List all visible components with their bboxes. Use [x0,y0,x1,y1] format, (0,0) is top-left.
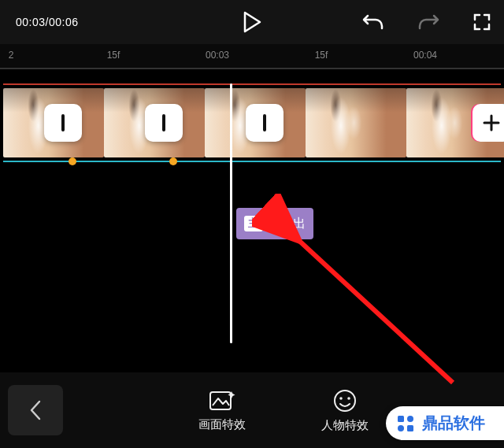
chevron-left-icon [28,398,43,422]
brand-logo-icon [395,413,416,434]
clip-frame[interactable] [306,88,406,157]
plus-icon [481,113,502,133]
face-effects-button[interactable]: 人物特效 [321,388,369,433]
svg-rect-5 [398,416,404,422]
ruler-tick: 15f [107,50,120,61]
ruler-tick: 00:04 [413,50,437,61]
image-sparkle-icon [209,389,235,413]
image-effects-button[interactable]: 画面特效 [198,389,246,432]
svg-point-3 [339,397,343,400]
play-button[interactable] [243,11,261,33]
smiley-icon [332,388,358,413]
keyframe-marker[interactable] [169,157,177,165]
add-clip-button[interactable] [472,104,504,142]
top-right-icons [362,13,491,31]
time-current: 00:03 [16,16,46,28]
time-display: 00:03/00:06 [16,16,78,28]
undo-icon [362,13,384,31]
split-handle[interactable] [44,104,82,142]
svg-point-2 [335,391,355,411]
effect-clip[interactable]: 主 灵魂出 [236,208,313,239]
effect-label: 灵魂出 [268,216,306,232]
playhead[interactable] [230,83,232,343]
svg-rect-6 [407,416,413,422]
top-bar: 00:03/00:06 [0,0,504,44]
ruler-tick: 15f [315,50,328,61]
fullscreen-icon [472,13,491,31]
brand-label: 鼎品软件 [422,413,485,434]
split-handle[interactable] [246,104,284,142]
svg-rect-8 [407,425,413,431]
svg-point-4 [347,397,350,400]
track-red-line [3,83,501,85]
redo-icon [417,13,439,31]
track-cyan-line [3,161,501,162]
redo-button[interactable] [417,13,439,31]
brand-badge: 鼎品软件 [386,406,504,440]
keyframe-marker[interactable] [69,157,76,165]
timeline-ruler[interactable]: 2 15f 00:03 15f 00:04 [0,44,504,68]
clip-track[interactable] [0,88,504,157]
ruler-tick: 00:03 [206,50,229,61]
play-icon [243,11,261,33]
time-total: 00:06 [49,16,79,28]
svg-line-0 [298,239,453,383]
timeline-area[interactable]: 主 灵魂出 [0,83,504,387]
fullscreen-button[interactable] [472,13,491,31]
undo-button[interactable] [362,13,384,31]
svg-rect-7 [398,425,404,431]
back-button[interactable] [8,385,63,435]
image-effects-label: 画面特效 [198,417,246,432]
face-effects-label: 人物特效 [321,418,369,433]
split-handle[interactable] [145,104,183,142]
ruler-tick: 2 [9,50,14,61]
effect-tag: 主 [244,216,263,231]
divider [0,68,504,69]
